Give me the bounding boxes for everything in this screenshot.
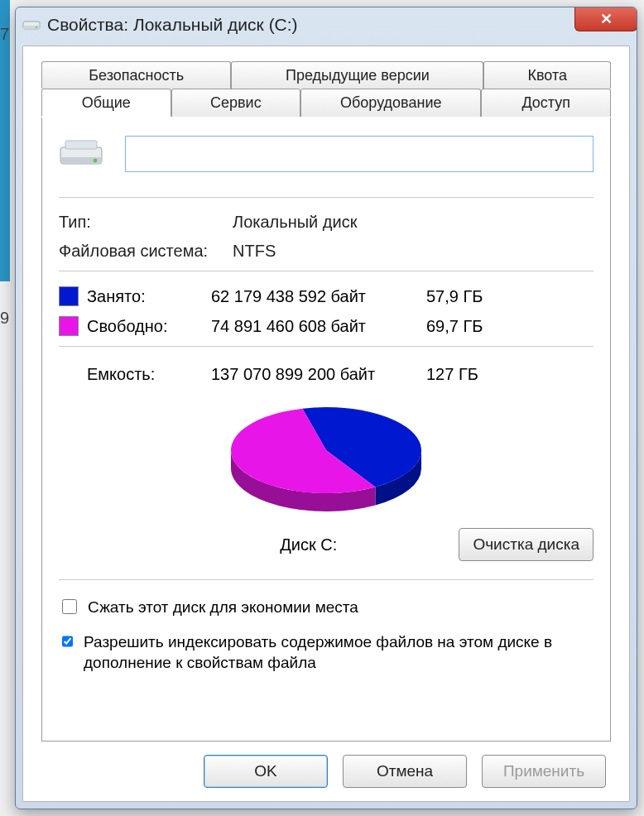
- cancel-button[interactable]: Отмена: [343, 755, 467, 788]
- usage-pie: [59, 392, 594, 533]
- free-human: 69,7 ГБ: [426, 317, 594, 336]
- dialog-action-row: OK Отмена Применить: [41, 742, 611, 790]
- capacity-label: Емкость:: [59, 365, 211, 384]
- capacity-bytes: 137 070 899 200 байт: [211, 365, 426, 384]
- tab-general-page: Тип: Локальный диск Файловая система: NT…: [41, 118, 611, 742]
- compress-checkbox[interactable]: [62, 599, 77, 614]
- ok-button[interactable]: OK: [204, 755, 328, 788]
- free-label: Свободно:: [87, 317, 211, 336]
- svg-point-5: [94, 159, 98, 163]
- apply-button[interactable]: Применить: [482, 755, 606, 788]
- separator: [59, 579, 594, 580]
- tab-general[interactable]: Общие: [41, 89, 171, 117]
- tab-previous[interactable]: Предыдущие версии: [231, 61, 483, 89]
- svg-rect-6: [65, 141, 97, 149]
- client-area: Безопасность Предыдущие версии Квота Общ…: [22, 46, 630, 802]
- separator: [59, 271, 594, 271]
- used-swatch: [59, 286, 79, 306]
- tab-sharing[interactable]: Доступ: [481, 89, 611, 117]
- index-checkbox[interactable]: [62, 634, 73, 649]
- type-label: Тип:: [59, 213, 233, 232]
- disk-caption: Диск C:: [59, 535, 459, 554]
- close-button[interactable]: ✕: [574, 7, 637, 31]
- titlebar[interactable]: Свойства: Локальный диск (C:) ✕: [16, 7, 637, 42]
- type-value: Локальный диск: [233, 213, 594, 232]
- tab-tools[interactable]: Сервис: [171, 89, 301, 117]
- used-human: 57,9 ГБ: [426, 287, 594, 306]
- disk-cleanup-button[interactable]: Очистка диска: [459, 528, 594, 561]
- tabstrip: Безопасность Предыдущие версии Квота Общ…: [41, 61, 611, 118]
- close-icon: ✕: [600, 10, 613, 28]
- filesystem-value: NTFS: [233, 242, 594, 261]
- used-bytes: 62 179 438 592 байт: [211, 287, 426, 306]
- drive-icon: [22, 17, 41, 32]
- properties-window: Свойства: Локальный диск (C:) ✕ Безопасн…: [15, 7, 637, 809]
- tab-quota[interactable]: Квота: [483, 61, 611, 89]
- capacity-human: 127 ГБ: [426, 365, 594, 384]
- index-label: Разрешить индексировать содержимое файло…: [84, 631, 594, 674]
- filesystem-label: Файловая система:: [59, 242, 233, 261]
- tab-security[interactable]: Безопасность: [41, 61, 231, 89]
- used-label: Занято:: [87, 287, 211, 306]
- drive-icon: [59, 136, 103, 172]
- compress-label: Сжать этот диск для экономии места: [88, 597, 358, 618]
- window-title: Свойства: Локальный диск (C:): [47, 15, 298, 35]
- free-swatch: [59, 316, 79, 336]
- volume-label-input[interactable]: [125, 136, 594, 172]
- svg-point-2: [36, 26, 37, 28]
- tab-hardware[interactable]: Оборудование: [300, 89, 481, 117]
- separator: [59, 346, 594, 347]
- index-checkbox-row[interactable]: Разрешить индексировать содержимое файло…: [59, 631, 594, 674]
- compress-checkbox-row[interactable]: Сжать этот диск для экономии места: [59, 597, 594, 618]
- free-bytes: 74 891 460 608 байт: [211, 317, 426, 336]
- separator: [59, 197, 594, 198]
